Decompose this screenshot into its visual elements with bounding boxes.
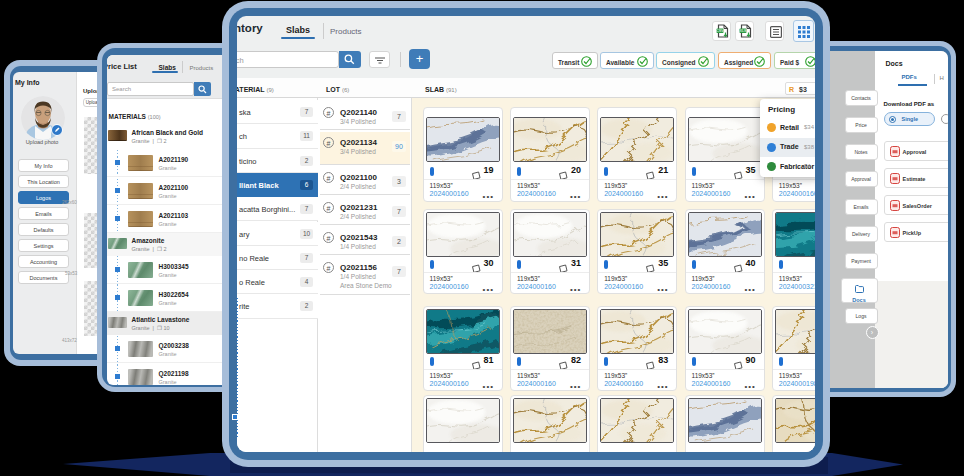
svg-text:XLS: XLS [739, 29, 747, 33]
svg-text:CSV: CSV [716, 29, 724, 33]
